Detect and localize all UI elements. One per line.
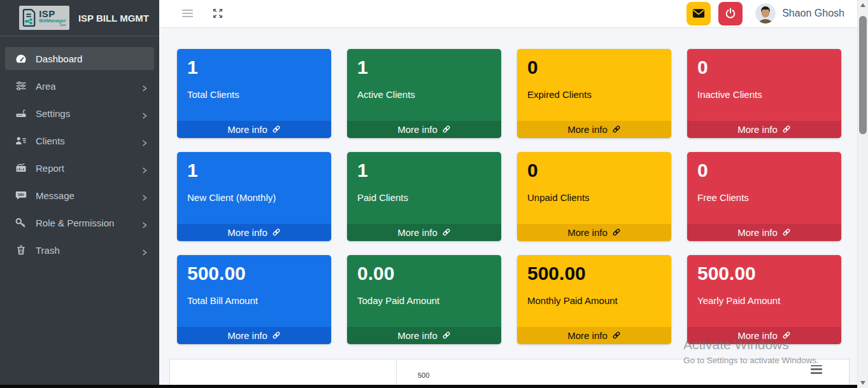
more-info-label: More info [737,227,778,238]
stat-value: 1 [357,158,491,183]
chevron-right-icon [141,83,148,89]
stat-label: Today Paid Amount [357,295,491,306]
stat-label: New Client (Monthly) [187,192,321,203]
stat-card-monthly-paid-amount: 500.00Monthly Paid Amount More info [517,255,671,344]
link-icon [442,125,451,134]
more-info-link[interactable]: More info [517,121,671,138]
sidebar-item-message[interactable]: SMS Message [5,184,154,207]
stat-value: 0.00 [357,261,491,286]
more-info-label: More info [227,330,267,341]
more-info-link[interactable]: More info [687,121,841,138]
scrollbar-thumb[interactable] [859,16,867,134]
stat-value: 0 [697,55,831,80]
stat-value: 1 [187,158,321,183]
link-icon [272,331,281,340]
app-window: ISP BillManager .com ISP BILL MGMT Dashb… [0,0,868,388]
more-info-link[interactable]: More info [177,121,331,138]
chevron-right-icon [141,192,148,198]
stat-card-total-clients: 1Total Clients More info [177,49,331,138]
key-icon [14,217,28,228]
more-info-link[interactable]: More info [347,121,501,138]
brand-logo-tld: .com [39,24,66,27]
stat-label: Inactive Clients [697,89,831,100]
chart-context-menu-icon[interactable] [809,364,823,375]
stat-label: Yearly Paid Amount [697,295,831,306]
power-button[interactable] [718,2,743,25]
vertical-scrollbar[interactable] [857,0,868,388]
hamburger-icon[interactable] [178,5,197,22]
stat-value: 500.00 [697,261,831,286]
more-info-link[interactable]: More info [687,327,841,344]
sidebar-item-report[interactable]: Report [5,156,154,179]
brand-link[interactable]: ISP BillManager .com ISP BILL MGMT [0,0,159,36]
scroll-up-arrow[interactable] [858,0,868,10]
more-info-label: More info [567,227,608,238]
more-info-link[interactable]: More info [347,327,501,344]
more-info-link[interactable]: More info [517,327,671,344]
link-icon [442,331,451,340]
stat-card-expired-clients: 0Expired Clients More info [517,49,671,138]
sidebar-item-role-permission[interactable]: Role & Permission [5,211,154,234]
stat-label: Free Clients [697,192,831,203]
chevron-right-icon [141,110,148,116]
link-icon [782,228,791,237]
stat-value: 0 [527,55,661,80]
more-info-link[interactable]: More info [177,224,331,241]
svg-text:SMS: SMS [18,193,24,197]
user-menu[interactable]: Shaon Ghosh [755,3,848,24]
stat-card-inactive-clients: 0Inactive Clients More info [687,49,841,138]
stat-card-total-bill-amount: 500.00Total Bill Amount More info [177,255,331,344]
dashboard-content: 1Total Clients More info 1Active Clients… [159,28,857,344]
more-info-link[interactable]: More info [517,224,671,241]
sidebar-item-label: Report [36,163,141,174]
brand-logo-text: ISP BillManager .com [39,9,66,27]
main-area: Shaon Ghosh 1Total Clients More info 1Ac… [159,0,857,388]
router-icon [14,107,28,119]
stat-card-active-clients: 1Active Clients More info [347,49,501,138]
scroll-down-arrow[interactable] [858,378,868,388]
stat-label: Total Bill Amount [187,295,321,306]
taskbar-edge [0,385,857,388]
chevron-right-icon [141,247,148,253]
more-info-link[interactable]: More info [687,224,841,241]
more-info-label: More info [397,330,438,341]
stat-card-today-paid-amount: 0.00Today Paid Amount More info [347,255,501,344]
more-info-label: More info [737,330,778,341]
more-info-link[interactable]: More info [347,224,501,241]
document-share-icon [22,9,36,27]
chevron-right-icon [141,219,148,226]
stat-card-new-client-monthly: 1New Client (Monthly) More info [177,152,331,241]
stat-value: 500.00 [527,261,661,286]
expand-icon[interactable] [208,4,227,23]
sidebar-item-label: Message [36,190,141,201]
power-icon [725,8,736,19]
stat-cards-grid: 1Total Clients More info 1Active Clients… [177,49,841,344]
envelope-button[interactable] [687,2,711,25]
brand-logo: ISP BillManager .com [19,6,69,30]
chart-panel: 500 [169,359,850,388]
sidebar-item-label: Clients [36,135,141,146]
sms-icon: SMS [14,190,28,201]
more-info-label: More info [397,124,438,135]
sidebar-item-label: Dashboard [36,53,148,64]
stat-value: 1 [357,55,491,80]
chart-icon [14,162,28,174]
chart-axis-tick: 500 [418,371,429,379]
sidebar-item-settings[interactable]: Settings [5,102,154,125]
sidebar-item-clients[interactable]: Clients [5,129,154,152]
stat-card-yearly-paid-amount: 500.00Yearly Paid Amount More info [687,255,841,344]
chevron-right-icon [141,165,148,171]
more-info-link[interactable]: More info [177,327,331,344]
chart-panel-left-box [170,359,397,388]
stat-card-unpaid-clients: 0Unpaid Clients More info [517,152,671,241]
more-info-label: More info [737,124,778,135]
topbar: Shaon Ghosh [159,0,857,28]
stat-label: Paid Clients [357,192,491,203]
sidebar-item-trash[interactable]: Trash [5,239,154,261]
more-info-label: More info [227,124,267,135]
avatar [755,3,776,24]
sidebar-item-area[interactable]: Area [5,74,154,97]
more-info-label: More info [227,227,267,238]
sidebar-item-dashboard[interactable]: Dashboard [5,47,154,70]
stat-label: Monthly Paid Amount [527,295,661,306]
